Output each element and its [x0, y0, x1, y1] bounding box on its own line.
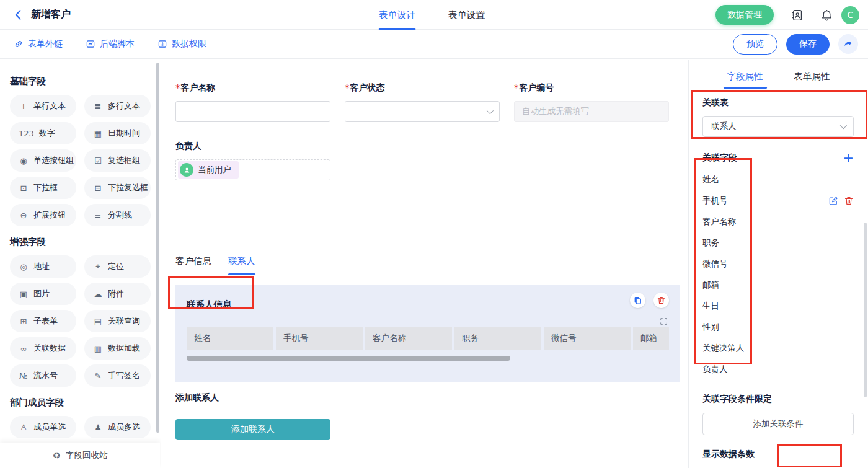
- tab-contacts[interactable]: 联系人: [228, 255, 255, 275]
- duplicate-icon[interactable]: [630, 293, 645, 308]
- field-pill[interactable]: ◎ 地址: [10, 255, 76, 278]
- form-external-link[interactable]: 表单外链: [14, 38, 63, 50]
- field-type-icon: ▤: [93, 317, 103, 326]
- related-field-item[interactable]: 姓名: [702, 169, 854, 190]
- add-contact-button[interactable]: 添加联系人: [175, 419, 330, 440]
- horizontal-scrollbar[interactable]: [187, 356, 510, 361]
- save-button[interactable]: 保存: [786, 34, 830, 55]
- field-pill[interactable]: T 单行文本: [10, 95, 76, 117]
- related-table-select[interactable]: 联系人: [702, 116, 854, 137]
- field-pill[interactable]: ◉ 单选按钮组: [10, 149, 76, 172]
- tab-form-design[interactable]: 表单设计: [379, 0, 416, 30]
- delete-subform-icon[interactable]: [653, 293, 669, 308]
- preview-button[interactable]: 预览: [733, 34, 777, 55]
- chevron-down-icon: [487, 107, 494, 114]
- subform-column-header[interactable]: 微信号: [544, 327, 631, 350]
- contact-subform-section[interactable]: 联系人信息 姓名 手机号 客户名称 职务: [175, 285, 680, 382]
- field-type-icon: T: [19, 102, 29, 111]
- panel-scrollbar[interactable]: [864, 223, 867, 397]
- tab-customer-info[interactable]: 客户信息: [175, 255, 211, 275]
- field-owner[interactable]: 负责人 当前用户: [175, 141, 680, 180]
- secondary-toolbar: 表单外链 后端脚本 数据权限 预览 保存: [0, 30, 868, 59]
- add-condition-button[interactable]: 添加关联条件: [702, 413, 854, 435]
- field-type-icon: ▦: [93, 129, 103, 138]
- field-pill[interactable]: ⌖ 定位: [84, 255, 151, 278]
- recycle-icon: ♻: [53, 450, 61, 461]
- subform-column-header[interactable]: 姓名: [187, 327, 273, 350]
- display-count-label: 显示数据条数: [702, 449, 854, 460]
- field-pill[interactable]: ⊖ 扩展按钮: [10, 204, 76, 226]
- field-pill[interactable]: ▣ 图片: [10, 283, 76, 305]
- sidebar-scrollbar[interactable]: [156, 63, 159, 433]
- related-field-item[interactable]: 手机号: [702, 190, 854, 211]
- condition-label: 关联字段条件限定: [702, 394, 854, 405]
- field-pill[interactable]: ✎ 手写签名: [84, 364, 151, 387]
- related-field-item[interactable]: 微信号: [702, 254, 854, 275]
- add-contact-field[interactable]: 添加联系人 添加联系人: [175, 392, 680, 440]
- data-manage-button[interactable]: 数据管理: [715, 5, 774, 25]
- field-pill[interactable]: ⊡ 下拉框: [10, 177, 76, 199]
- field-pill[interactable]: ≡ 分割线: [84, 204, 151, 226]
- permission-icon: [157, 39, 167, 49]
- field-customer-no[interactable]: *客户编号 自动生成无需填写: [514, 82, 669, 122]
- related-field-item[interactable]: 关键决策人: [702, 338, 854, 359]
- address-book-icon[interactable]: [790, 9, 804, 22]
- related-field-item[interactable]: 客户名称: [702, 211, 854, 232]
- subform-column-header[interactable]: 邮箱: [633, 327, 669, 350]
- add-field-icon[interactable]: +: [843, 152, 854, 164]
- field-type-icon: 123: [19, 129, 34, 138]
- subform-column-header[interactable]: 职务: [454, 327, 541, 350]
- related-fields-label: 关联字段: [702, 152, 737, 164]
- field-type-icon: ∞: [19, 344, 29, 353]
- related-field-item[interactable]: 职务: [702, 232, 854, 254]
- data-permission-link[interactable]: 数据权限: [157, 38, 206, 50]
- related-field-item[interactable]: 性别: [702, 317, 854, 338]
- related-field-item[interactable]: 生日: [702, 296, 854, 317]
- expand-icon[interactable]: [659, 317, 668, 326]
- related-field-item[interactable]: 负责人: [702, 359, 854, 380]
- user-avatar[interactable]: C: [841, 6, 859, 24]
- subform-title: 联系人信息: [187, 295, 669, 311]
- panel-tabs: 字段属性 表单属性: [689, 60, 868, 89]
- field-customer-name[interactable]: *客户名称: [175, 82, 330, 122]
- back-button[interactable]: [12, 9, 25, 21]
- related-table-label: 关联表: [702, 97, 854, 108]
- current-user-tag[interactable]: 当前用户: [178, 161, 239, 179]
- divider: [782, 10, 782, 20]
- related-field-item[interactable]: 邮箱: [702, 275, 854, 296]
- field-pill[interactable]: ▦ 日期时间: [84, 122, 151, 144]
- field-pill[interactable]: ☁ 附件: [84, 283, 151, 305]
- field-pill[interactable]: № 流水号: [10, 364, 76, 387]
- chevron-left-icon: [12, 9, 25, 21]
- field-pill[interactable]: ∞ 关联数据: [10, 337, 76, 360]
- tab-form-properties[interactable]: 表单属性: [794, 71, 830, 89]
- field-pill[interactable]: ⊟ 下拉复选框: [84, 177, 151, 199]
- field-pill[interactable]: ⊞ 子表单: [10, 310, 76, 332]
- edit-icon[interactable]: [828, 196, 838, 206]
- field-pill[interactable]: ▤ 关联查询: [84, 310, 151, 332]
- owner-member-box[interactable]: 当前用户: [175, 159, 330, 180]
- field-pill[interactable]: 123 数字: [10, 122, 76, 144]
- delete-icon[interactable]: [844, 196, 854, 206]
- customer-name-input[interactable]: [175, 101, 330, 122]
- subform-column-header[interactable]: 客户名称: [365, 327, 452, 350]
- field-pill[interactable]: ♙ 成员单选: [10, 416, 76, 438]
- field-pill[interactable]: ≣ 多行文本: [84, 95, 151, 117]
- tab-field-properties[interactable]: 字段属性: [727, 71, 763, 89]
- field-pill[interactable]: ☑ 复选框组: [84, 149, 151, 172]
- tab-form-settings[interactable]: 表单设置: [448, 0, 485, 30]
- subform-table-header: 姓名 手机号 客户名称 职务 微信号 邮箱: [187, 327, 669, 350]
- field-type-icon: ⊞: [19, 317, 29, 326]
- customer-status-select[interactable]: [345, 101, 500, 122]
- field-pill[interactable]: ▥ 数据加载: [84, 337, 151, 360]
- field-pill[interactable]: ♟ 成员多选: [84, 416, 151, 438]
- field-type-icon: ⊟: [93, 183, 103, 193]
- field-recycle-bin[interactable]: ♻ 字段回收站: [0, 443, 160, 468]
- share-button[interactable]: [838, 34, 858, 54]
- notification-bell-icon[interactable]: [820, 9, 833, 22]
- field-customer-status[interactable]: *客户状态: [345, 82, 500, 122]
- subform-column-header[interactable]: 手机号: [276, 327, 363, 350]
- backend-script-link[interactable]: 后端脚本: [86, 38, 135, 50]
- section-title-enhanced: 增强字段: [10, 236, 151, 248]
- field-library-sidebar: 基础字段 T 单行文本 ≣ 多行文本 123 数字: [0, 60, 161, 468]
